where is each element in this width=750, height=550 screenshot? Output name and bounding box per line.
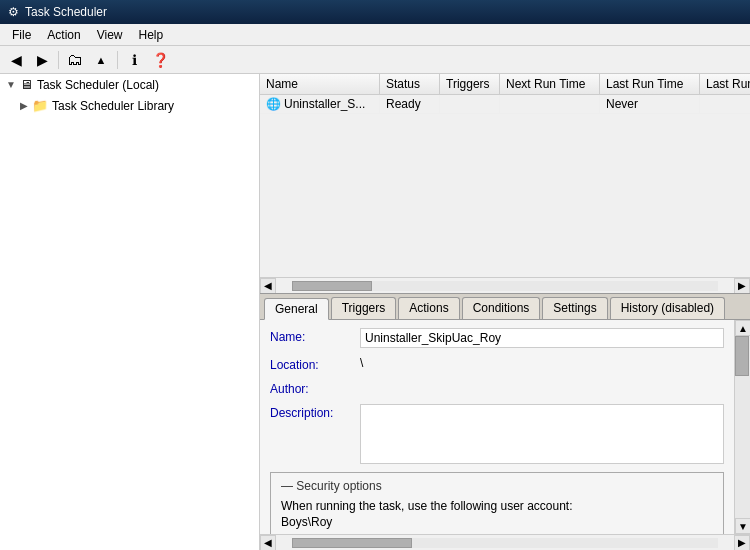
name-label: Name: <box>270 328 360 344</box>
h-scroll-track[interactable] <box>292 281 718 291</box>
tree-label-local: Task Scheduler (Local) <box>37 78 159 92</box>
expand-arrow-library: ▶ <box>20 100 28 111</box>
cell-last-run: Never <box>600 95 700 113</box>
title-text: Task Scheduler <box>25 5 107 19</box>
folder-icon: 📁 <box>32 98 48 113</box>
security-title: — Security options <box>281 479 713 493</box>
name-input[interactable] <box>360 328 724 348</box>
v-scroll-thumb[interactable] <box>735 336 749 376</box>
col-header-status[interactable]: Status <box>380 74 440 94</box>
tab-history[interactable]: History (disabled) <box>610 297 725 319</box>
tree-item-local[interactable]: ▼ 🖥 Task Scheduler (Local) <box>0 74 259 95</box>
tab-conditions[interactable]: Conditions <box>462 297 541 319</box>
computer-icon: 🖥 <box>20 77 33 92</box>
main-layout: ▼ 🖥 Task Scheduler (Local) ▶ 📁 Task Sche… <box>0 74 750 550</box>
expand-arrow-local: ▼ <box>6 79 16 90</box>
table-body: 🌐 Uninstaller_S... Ready Never <box>260 95 750 277</box>
field-row-author: Author: <box>270 380 724 396</box>
forward-button[interactable]: ▶ <box>30 49 54 71</box>
toolbar: ◀ ▶ 🗂 ▲ ℹ ❓ <box>0 46 750 74</box>
author-label: Author: <box>270 380 360 396</box>
cell-status: Ready <box>380 95 440 113</box>
help-button[interactable]: ❓ <box>148 49 172 71</box>
v-scroll-down[interactable]: ▼ <box>735 518 750 534</box>
tab-actions[interactable]: Actions <box>398 297 459 319</box>
tab-general-content: Name: Location: \ Author: Description: <box>260 320 734 534</box>
v-scroll-up[interactable]: ▲ <box>735 320 750 336</box>
menu-action[interactable]: Action <box>39 26 88 44</box>
title-bar: ⚙ Task Scheduler <box>0 0 750 24</box>
detail-panel: General Triggers Actions Conditions Sett… <box>260 294 750 550</box>
title-icon: ⚙ <box>8 5 19 19</box>
security-section: — Security options When running the task… <box>270 472 724 534</box>
location-label: Location: <box>270 356 360 372</box>
toolbar-sep-1 <box>58 51 59 69</box>
menu-file[interactable]: File <box>4 26 39 44</box>
h-scroll-right[interactable]: ▶ <box>734 278 750 294</box>
tab-content: Name: Location: \ Author: Description: <box>260 320 750 534</box>
tab-general[interactable]: General <box>264 298 329 320</box>
tree-item-library[interactable]: ▶ 📁 Task Scheduler Library <box>0 95 259 116</box>
left-panel: ▼ 🖥 Task Scheduler (Local) ▶ 📁 Task Sche… <box>0 74 260 550</box>
table-header: Name Status Triggers Next Run Time Last … <box>260 74 750 95</box>
table-row[interactable]: 🌐 Uninstaller_S... Ready Never <box>260 95 750 114</box>
cell-last-result <box>700 95 750 113</box>
table-scrollbar-h[interactable]: ◀ ▶ <box>260 277 750 293</box>
field-row-location: Location: \ <box>270 356 724 372</box>
show-hide-button[interactable]: 🗂 <box>63 49 87 71</box>
detail-h-scroll-right[interactable]: ▶ <box>734 535 750 551</box>
col-header-last-result[interactable]: Last Run Result <box>700 74 750 94</box>
col-header-name[interactable]: Name <box>260 74 380 94</box>
detail-h-scroll-thumb[interactable] <box>292 538 412 548</box>
toolbar-sep-2 <box>117 51 118 69</box>
tabs-row: General Triggers Actions Conditions Sett… <box>260 294 750 320</box>
detail-scrollbar[interactable]: ▲ ▼ <box>734 320 750 534</box>
tab-settings[interactable]: Settings <box>542 297 607 319</box>
user-account: Boys\Roy <box>281 515 713 529</box>
cell-next-run <box>500 95 600 113</box>
table-area: Name Status Triggers Next Run Time Last … <box>260 74 750 294</box>
col-header-next-run[interactable]: Next Run Time <box>500 74 600 94</box>
detail-hscroll[interactable]: ◀ ▶ <box>260 534 750 550</box>
menu-help[interactable]: Help <box>131 26 172 44</box>
h-scroll-thumb[interactable] <box>292 281 372 291</box>
detail-h-scroll-track[interactable] <box>292 538 718 548</box>
globe-icon: 🌐 <box>266 97 281 111</box>
col-header-last-run[interactable]: Last Run Time <box>600 74 700 94</box>
up-button[interactable]: ▲ <box>89 49 113 71</box>
detail-h-scroll-left[interactable]: ◀ <box>260 535 276 551</box>
description-label: Description: <box>270 404 360 420</box>
v-scroll-track[interactable] <box>735 336 750 518</box>
h-scroll-left[interactable]: ◀ <box>260 278 276 294</box>
field-row-description: Description: <box>270 404 724 464</box>
description-textarea[interactable] <box>360 404 724 464</box>
right-panel: Name Status Triggers Next Run Time Last … <box>260 74 750 550</box>
tab-triggers[interactable]: Triggers <box>331 297 397 319</box>
security-text: When running the task, use the following… <box>281 499 713 513</box>
cell-triggers <box>440 95 500 113</box>
tree-label-library: Task Scheduler Library <box>52 99 174 113</box>
col-header-triggers[interactable]: Triggers <box>440 74 500 94</box>
back-button[interactable]: ◀ <box>4 49 28 71</box>
properties-button[interactable]: ℹ <box>122 49 146 71</box>
menu-bar: File Action View Help <box>0 24 750 46</box>
menu-view[interactable]: View <box>89 26 131 44</box>
cell-name: 🌐 Uninstaller_S... <box>260 95 380 113</box>
field-row-name: Name: <box>270 328 724 348</box>
location-value: \ <box>360 356 724 370</box>
